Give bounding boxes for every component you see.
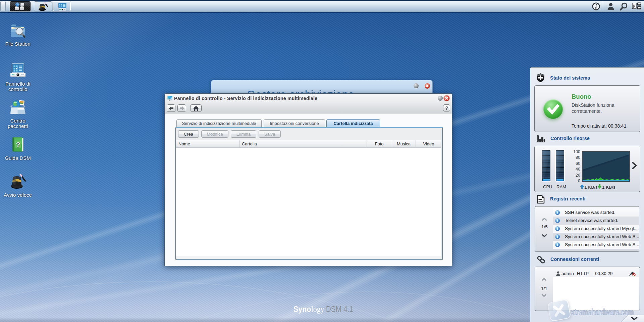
svg-text:?: ? bbox=[16, 141, 20, 148]
